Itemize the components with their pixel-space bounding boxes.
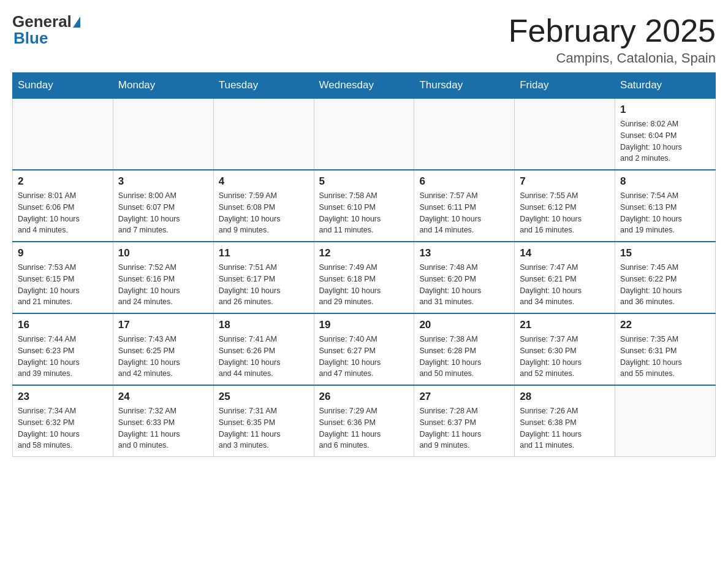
day-cell-10: 10Sunrise: 7:52 AMSunset: 6:16 PMDayligh… bbox=[113, 242, 213, 313]
day-cell-18: 18Sunrise: 7:41 AMSunset: 6:26 PMDayligh… bbox=[213, 313, 314, 385]
day-number: 19 bbox=[319, 319, 409, 331]
day-info: Sunrise: 8:00 AMSunset: 6:07 PMDaylight:… bbox=[118, 190, 208, 236]
day-info: Sunrise: 8:02 AMSunset: 6:04 PMDaylight:… bbox=[620, 118, 710, 164]
weekday-header-thursday: Thursday bbox=[414, 73, 515, 99]
day-number: 17 bbox=[118, 319, 208, 331]
day-info: Sunrise: 7:32 AMSunset: 6:33 PMDaylight:… bbox=[118, 405, 208, 451]
day-number: 21 bbox=[520, 319, 610, 331]
day-info: Sunrise: 7:40 AMSunset: 6:27 PMDaylight:… bbox=[319, 334, 409, 380]
empty-cell bbox=[515, 98, 615, 170]
day-number: 7 bbox=[520, 175, 610, 188]
day-info: Sunrise: 7:48 AMSunset: 6:20 PMDaylight:… bbox=[419, 262, 509, 308]
day-number: 5 bbox=[319, 175, 409, 188]
weekday-header-saturday: Saturday bbox=[615, 73, 716, 99]
day-info: Sunrise: 7:54 AMSunset: 6:13 PMDaylight:… bbox=[620, 190, 710, 236]
logo-blue-text: Blue bbox=[13, 29, 48, 48]
day-info: Sunrise: 7:58 AMSunset: 6:10 PMDaylight:… bbox=[319, 190, 409, 236]
day-cell-22: 22Sunrise: 7:35 AMSunset: 6:31 PMDayligh… bbox=[615, 313, 716, 385]
weekday-header-wednesday: Wednesday bbox=[314, 73, 414, 99]
day-info: Sunrise: 7:41 AMSunset: 6:26 PMDaylight:… bbox=[219, 334, 309, 380]
empty-cell bbox=[314, 98, 414, 170]
empty-cell bbox=[213, 98, 314, 170]
week-row-4: 16Sunrise: 7:44 AMSunset: 6:23 PMDayligh… bbox=[13, 313, 716, 385]
day-info: Sunrise: 7:55 AMSunset: 6:12 PMDaylight:… bbox=[520, 190, 610, 236]
day-number: 2 bbox=[18, 175, 108, 188]
day-cell-3: 3Sunrise: 8:00 AMSunset: 6:07 PMDaylight… bbox=[113, 170, 213, 242]
day-number: 13 bbox=[419, 247, 509, 259]
day-number: 8 bbox=[620, 175, 710, 188]
day-cell-20: 20Sunrise: 7:38 AMSunset: 6:28 PMDayligh… bbox=[414, 313, 515, 385]
week-row-2: 2Sunrise: 8:01 AMSunset: 6:06 PMDaylight… bbox=[13, 170, 716, 242]
weekday-header-monday: Monday bbox=[113, 73, 213, 99]
week-row-5: 23Sunrise: 7:34 AMSunset: 6:32 PMDayligh… bbox=[13, 385, 716, 457]
location-text: Campins, Catalonia, Spain bbox=[509, 50, 716, 66]
day-cell-28: 28Sunrise: 7:26 AMSunset: 6:38 PMDayligh… bbox=[515, 385, 615, 457]
logo: General Blue bbox=[12, 12, 82, 48]
day-number: 12 bbox=[319, 247, 409, 259]
day-cell-6: 6Sunrise: 7:57 AMSunset: 6:11 PMDaylight… bbox=[414, 170, 515, 242]
day-info: Sunrise: 7:44 AMSunset: 6:23 PMDaylight:… bbox=[18, 334, 108, 380]
weekday-header-friday: Friday bbox=[515, 73, 615, 99]
day-info: Sunrise: 7:49 AMSunset: 6:18 PMDaylight:… bbox=[319, 262, 409, 308]
day-cell-19: 19Sunrise: 7:40 AMSunset: 6:27 PMDayligh… bbox=[314, 313, 414, 385]
week-row-1: 1Sunrise: 8:02 AMSunset: 6:04 PMDaylight… bbox=[13, 98, 716, 170]
day-cell-11: 11Sunrise: 7:51 AMSunset: 6:17 PMDayligh… bbox=[213, 242, 314, 313]
day-cell-8: 8Sunrise: 7:54 AMSunset: 6:13 PMDaylight… bbox=[615, 170, 716, 242]
day-number: 6 bbox=[419, 175, 509, 188]
day-info: Sunrise: 7:43 AMSunset: 6:25 PMDaylight:… bbox=[118, 334, 208, 380]
day-number: 4 bbox=[219, 175, 309, 188]
day-cell-25: 25Sunrise: 7:31 AMSunset: 6:35 PMDayligh… bbox=[213, 385, 314, 457]
day-number: 10 bbox=[118, 247, 208, 259]
day-cell-17: 17Sunrise: 7:43 AMSunset: 6:25 PMDayligh… bbox=[113, 313, 213, 385]
day-cell-14: 14Sunrise: 7:47 AMSunset: 6:21 PMDayligh… bbox=[515, 242, 615, 313]
day-number: 16 bbox=[18, 319, 108, 331]
day-cell-15: 15Sunrise: 7:45 AMSunset: 6:22 PMDayligh… bbox=[615, 242, 716, 313]
empty-cell bbox=[414, 98, 515, 170]
day-info: Sunrise: 7:28 AMSunset: 6:37 PMDaylight:… bbox=[419, 405, 509, 451]
day-info: Sunrise: 7:34 AMSunset: 6:32 PMDaylight:… bbox=[18, 405, 108, 451]
day-cell-24: 24Sunrise: 7:32 AMSunset: 6:33 PMDayligh… bbox=[113, 385, 213, 457]
day-number: 9 bbox=[18, 247, 108, 259]
day-cell-26: 26Sunrise: 7:29 AMSunset: 6:36 PMDayligh… bbox=[314, 385, 414, 457]
weekday-header-row: SundayMondayTuesdayWednesdayThursdayFrid… bbox=[13, 73, 716, 99]
title-block: February 2025 Campins, Catalonia, Spain bbox=[509, 12, 716, 66]
day-cell-5: 5Sunrise: 7:58 AMSunset: 6:10 PMDaylight… bbox=[314, 170, 414, 242]
day-number: 20 bbox=[419, 319, 509, 331]
day-cell-27: 27Sunrise: 7:28 AMSunset: 6:37 PMDayligh… bbox=[414, 385, 515, 457]
day-cell-13: 13Sunrise: 7:48 AMSunset: 6:20 PMDayligh… bbox=[414, 242, 515, 313]
day-number: 26 bbox=[319, 391, 409, 403]
calendar-table: SundayMondayTuesdayWednesdayThursdayFrid… bbox=[12, 72, 716, 457]
day-number: 24 bbox=[118, 391, 208, 403]
day-number: 15 bbox=[620, 247, 710, 259]
day-number: 28 bbox=[520, 391, 610, 403]
day-number: 1 bbox=[620, 104, 710, 116]
day-cell-1: 1Sunrise: 8:02 AMSunset: 6:04 PMDaylight… bbox=[615, 98, 716, 170]
day-info: Sunrise: 7:37 AMSunset: 6:30 PMDaylight:… bbox=[520, 334, 610, 380]
day-cell-2: 2Sunrise: 8:01 AMSunset: 6:06 PMDaylight… bbox=[13, 170, 113, 242]
empty-cell bbox=[13, 98, 113, 170]
day-info: Sunrise: 8:01 AMSunset: 6:06 PMDaylight:… bbox=[18, 190, 108, 236]
day-number: 14 bbox=[520, 247, 610, 259]
day-info: Sunrise: 7:31 AMSunset: 6:35 PMDaylight:… bbox=[219, 405, 309, 451]
day-number: 3 bbox=[118, 175, 208, 188]
day-info: Sunrise: 7:59 AMSunset: 6:08 PMDaylight:… bbox=[219, 190, 309, 236]
day-info: Sunrise: 7:53 AMSunset: 6:15 PMDaylight:… bbox=[18, 262, 108, 308]
day-number: 18 bbox=[219, 319, 309, 331]
day-cell-12: 12Sunrise: 7:49 AMSunset: 6:18 PMDayligh… bbox=[314, 242, 414, 313]
day-info: Sunrise: 7:38 AMSunset: 6:28 PMDaylight:… bbox=[419, 334, 509, 380]
day-cell-16: 16Sunrise: 7:44 AMSunset: 6:23 PMDayligh… bbox=[13, 313, 113, 385]
day-info: Sunrise: 7:51 AMSunset: 6:17 PMDaylight:… bbox=[219, 262, 309, 308]
day-cell-23: 23Sunrise: 7:34 AMSunset: 6:32 PMDayligh… bbox=[13, 385, 113, 457]
day-number: 23 bbox=[18, 391, 108, 403]
weekday-header-tuesday: Tuesday bbox=[213, 73, 314, 99]
page-header: General Blue February 2025 Campins, Cata… bbox=[12, 12, 716, 66]
day-cell-7: 7Sunrise: 7:55 AMSunset: 6:12 PMDaylight… bbox=[515, 170, 615, 242]
day-info: Sunrise: 7:47 AMSunset: 6:21 PMDaylight:… bbox=[520, 262, 610, 308]
day-number: 11 bbox=[219, 247, 309, 259]
week-row-3: 9Sunrise: 7:53 AMSunset: 6:15 PMDaylight… bbox=[13, 242, 716, 313]
day-info: Sunrise: 7:45 AMSunset: 6:22 PMDaylight:… bbox=[620, 262, 710, 308]
day-number: 27 bbox=[419, 391, 509, 403]
empty-cell bbox=[615, 385, 716, 457]
day-cell-9: 9Sunrise: 7:53 AMSunset: 6:15 PMDaylight… bbox=[13, 242, 113, 313]
day-info: Sunrise: 7:26 AMSunset: 6:38 PMDaylight:… bbox=[520, 405, 610, 451]
